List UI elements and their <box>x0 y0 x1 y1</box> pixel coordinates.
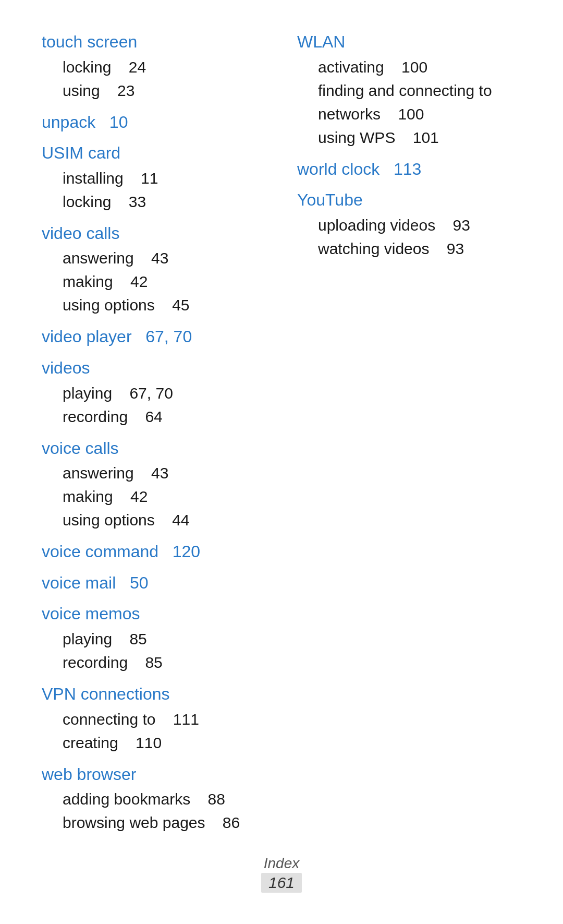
sub-entry: locking 33 <box>42 190 266 213</box>
sub-entry: adding bookmarks 88 <box>42 787 266 811</box>
sub-entry: making 42 <box>42 485 266 508</box>
entry-header-voice-calls: voice calls <box>42 438 266 460</box>
sub-entry: making 42 <box>42 270 266 293</box>
entry-header-vpn-connections: VPN connections <box>42 683 266 705</box>
sub-entry: using options 45 <box>42 293 266 317</box>
sub-entry: using options 44 <box>42 508 266 532</box>
index-entry-video-calls: video callsanswering 43making 42using op… <box>42 223 266 317</box>
entry-header-unpack: unpack 10 <box>42 112 266 134</box>
sub-entry: browsing web pages 86 <box>42 811 266 834</box>
index-entry-video-player: video player 67, 70 <box>42 326 266 348</box>
index-entry-youtube: YouTubeuploading videos 93watching video… <box>297 189 521 260</box>
sub-entry: answering 43 <box>42 461 266 485</box>
sub-entry: connecting to 111 <box>42 707 266 731</box>
sub-entry: playing 85 <box>42 627 266 651</box>
entry-header-videos: videos <box>42 357 266 379</box>
index-entry-videos: videosplaying 67, 70recording 64 <box>42 357 266 428</box>
entry-header-usim-card: USIM card <box>42 142 266 164</box>
sub-entry: recording 64 <box>42 405 266 428</box>
entry-header-touch-screen: touch screen <box>42 31 266 53</box>
index-entry-unpack: unpack 10 <box>42 112 266 134</box>
sub-entry: finding and connecting to networks 100 <box>297 79 521 126</box>
sub-entry: using WPS 101 <box>297 126 521 149</box>
entry-header-voice-mail: voice mail 50 <box>42 572 266 594</box>
right-column: WLANactivating 100finding and connecting… <box>287 31 521 844</box>
sub-entry: creating 110 <box>42 731 266 754</box>
index-entry-vpn-connections: VPN connectionsconnecting to 111creating… <box>42 683 266 754</box>
index-entry-voice-command: voice command 120 <box>42 541 266 563</box>
entry-header-voice-memos: voice memos <box>42 603 266 625</box>
entry-header-wlan: WLAN <box>297 31 521 53</box>
index-entry-voice-mail: voice mail 50 <box>42 572 266 594</box>
page-content: touch screenlocking 24using 23unpack 10U… <box>42 31 521 844</box>
index-entry-touch-screen: touch screenlocking 24using 23 <box>42 31 266 102</box>
sub-entry: playing 67, 70 <box>42 381 266 405</box>
index-entry-voice-calls: voice callsanswering 43making 42using op… <box>42 438 266 532</box>
entry-header-youtube: YouTube <box>297 189 521 211</box>
sub-entry: locking 24 <box>42 55 266 79</box>
sub-entry: recording 85 <box>42 651 266 674</box>
entry-header-video-player: video player 67, 70 <box>42 326 266 348</box>
index-entry-usim-card: USIM cardinstalling 11locking 33 <box>42 142 266 213</box>
index-entry-wlan: WLANactivating 100finding and connecting… <box>297 31 521 149</box>
sub-entry: answering 43 <box>42 246 266 270</box>
entry-header-web-browser: web browser <box>42 764 266 786</box>
sub-entry: uploading videos 93 <box>297 213 521 237</box>
left-column: touch screenlocking 24using 23unpack 10U… <box>42 31 287 844</box>
index-entry-web-browser: web browseradding bookmarks 88browsing w… <box>42 764 266 835</box>
entry-header-voice-command: voice command 120 <box>42 541 266 563</box>
sub-entry: using 23 <box>42 79 266 102</box>
index-entry-voice-memos: voice memosplaying 85recording 85 <box>42 603 266 674</box>
sub-entry: installing 11 <box>42 166 266 190</box>
sub-entry: activating 100 <box>297 55 521 79</box>
entry-header-video-calls: video calls <box>42 223 266 245</box>
entry-header-world-clock: world clock 113 <box>297 159 521 181</box>
sub-entry: watching videos 93 <box>297 237 521 260</box>
footer-label: Index <box>0 855 563 872</box>
index-entry-world-clock: world clock 113 <box>297 159 521 181</box>
page-footer: Index 161 <box>0 855 563 893</box>
footer-page: 161 <box>261 873 302 893</box>
